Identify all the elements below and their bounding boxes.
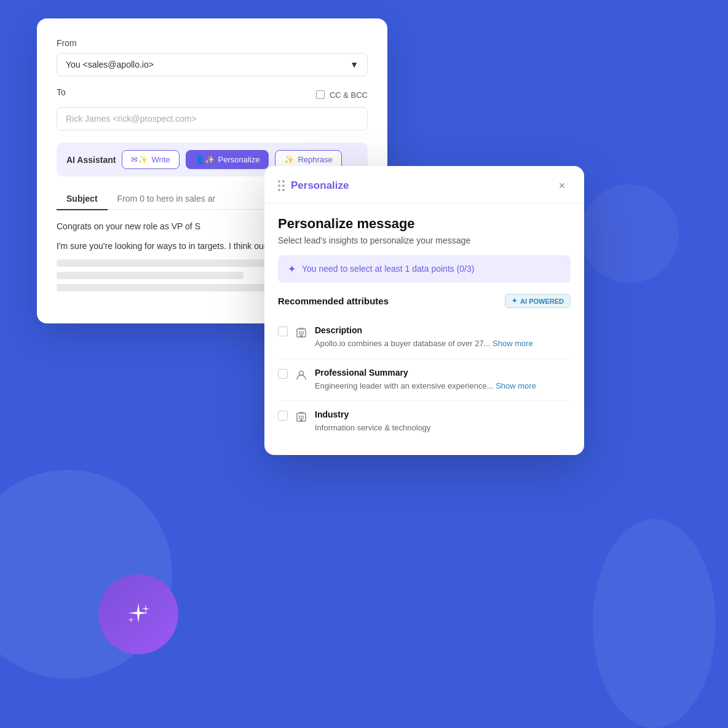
attr-content-description: Description Apollo.io combines a buyer d…	[315, 325, 533, 350]
svg-rect-2	[301, 331, 302, 333]
svg-rect-1	[299, 331, 300, 333]
modal-title: Personalize	[291, 180, 349, 192]
show-more-description[interactable]: Show more	[493, 339, 533, 348]
sparkle-circle	[98, 574, 178, 654]
from-select[interactable]: You <sales@apollo.io> ▼	[57, 53, 368, 76]
svg-rect-11	[301, 416, 302, 417]
svg-rect-7	[300, 335, 303, 337]
drag-dot	[282, 180, 285, 183]
cc-bcc-row: CC & BCC	[316, 90, 368, 100]
svg-rect-10	[299, 416, 300, 417]
subject-tab[interactable]: Subject	[57, 189, 108, 210]
svg-rect-6	[303, 333, 304, 334]
drag-dot	[278, 184, 280, 187]
warning-banner: ✦ You need to select at least 1 data poi…	[278, 255, 571, 283]
svg-rect-13	[299, 417, 300, 419]
svg-rect-15	[303, 417, 304, 419]
drag-dot	[282, 184, 285, 187]
industry-building-icon	[295, 411, 307, 423]
svg-rect-3	[303, 331, 304, 333]
drag-dot	[282, 189, 285, 191]
to-input[interactable]: Rick James <rick@prospect.com>	[57, 107, 368, 130]
modal-header: Personalize ×	[264, 166, 584, 204]
bg-decoration-circle-small	[580, 184, 679, 283]
bg-decoration-circle-medium	[593, 519, 716, 728]
svg-rect-14	[301, 417, 302, 419]
close-icon: ×	[559, 180, 566, 192]
drag-handle[interactable]	[278, 180, 285, 191]
show-more-professional-summary[interactable]: Show more	[496, 381, 536, 390]
warning-text: You need to select at least 1 data point…	[302, 263, 474, 275]
write-button[interactable]: ✉✨ Write	[122, 150, 179, 169]
attr-item-description: Description Apollo.io combines a buyer d…	[278, 317, 571, 359]
to-label: To	[57, 87, 66, 97]
attr-desc-professional-summary: Engineering leader with an extensive exp…	[315, 380, 536, 392]
cc-bcc-checkbox[interactable]	[316, 90, 325, 99]
personalize-label: Personalize	[218, 155, 260, 164]
write-icon: ✉✨	[131, 155, 148, 164]
modal-main-title: Personalize message	[278, 216, 571, 232]
rec-title: Recommended attributes	[278, 296, 389, 306]
person-icon	[295, 369, 307, 381]
rephrase-label: Rephrase	[298, 155, 332, 164]
attr-item-industry: Industry Information service & technolog…	[278, 401, 571, 443]
drag-dot	[278, 180, 280, 183]
modal-header-left: Personalize	[278, 180, 349, 192]
ai-powered-badge: ✦ AI POWERED	[505, 294, 571, 308]
building-icon	[295, 326, 307, 339]
modal-subtitle: Select lead's insights to personalize yo…	[278, 235, 571, 245]
attr-desc-description: Apollo.io combines a buyer database of o…	[315, 338, 533, 350]
cc-bcc-label: CC & BCC	[330, 90, 368, 100]
drag-dot	[278, 189, 280, 191]
svg-rect-16	[300, 419, 303, 421]
ai-powered-label: AI POWERED	[520, 298, 564, 305]
subject-content: From 0 to hero in sales ar	[108, 189, 226, 209]
attr-name-industry: Industry	[315, 410, 431, 419]
svg-rect-5	[301, 333, 302, 334]
attr-content-industry: Industry Information service & technolog…	[315, 410, 431, 434]
attr-name-description: Description	[315, 325, 533, 335]
personalize-icon: 👤✨	[195, 155, 215, 164]
from-label: From	[57, 38, 368, 48]
svg-rect-12	[303, 416, 304, 417]
attr-checkbox-professional-summary[interactable]	[278, 369, 288, 379]
attr-desc-industry: Information service & technology	[315, 422, 431, 434]
dropdown-icon: ▼	[350, 60, 358, 69]
svg-rect-4	[299, 333, 300, 334]
attr-checkbox-industry[interactable]	[278, 411, 288, 421]
to-placeholder: Rick James <rick@prospect.com>	[66, 114, 197, 124]
modal-body: Personalize message Select lead's insigh…	[264, 204, 584, 455]
ai-powered-star-icon: ✦	[512, 297, 517, 305]
sparkle-warning-icon: ✦	[288, 263, 296, 275]
attr-item-professional-summary: Professional Summary Engineering leader …	[278, 359, 571, 402]
attr-name-professional-summary: Professional Summary	[315, 368, 536, 378]
attr-checkbox-description[interactable]	[278, 326, 288, 336]
modal-close-button[interactable]: ×	[553, 177, 571, 194]
skeleton-line-2	[57, 272, 243, 279]
ai-assistant-label: AI Assistant	[66, 155, 116, 165]
rephrase-icon: ✨	[284, 155, 294, 164]
from-value: You <sales@apollo.io>	[66, 60, 154, 69]
personalize-button[interactable]: 👤✨ Personalize	[186, 150, 269, 169]
personalize-modal: Personalize × Personalize message Select…	[264, 166, 584, 455]
attr-content-professional-summary: Professional Summary Engineering leader …	[315, 368, 536, 392]
write-label: Write	[151, 155, 170, 164]
recommended-attributes-header: Recommended attributes ✦ AI POWERED	[278, 294, 571, 308]
sparkle-icon	[122, 598, 154, 630]
